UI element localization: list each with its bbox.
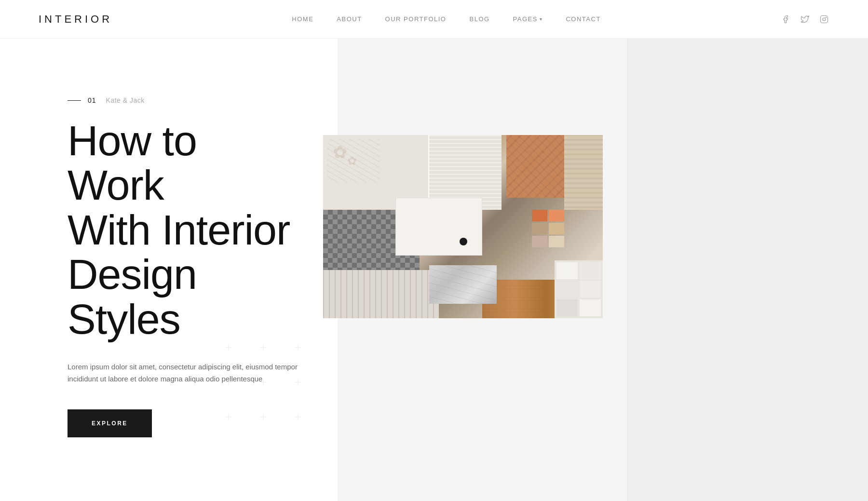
facebook-icon[interactable] [780,14,791,25]
plus-icon: + [287,337,309,358]
plus-icon: + [287,372,309,393]
nav-blog[interactable]: BLOG [469,15,489,23]
pages-dropdown-icon: ▾ [540,16,543,22]
plus-icon: + [218,406,239,428]
svg-point-1 [823,18,826,21]
explore-button[interactable]: EXPLORE [68,409,152,437]
plus-icon: + [218,337,239,358]
svg-rect-0 [821,15,828,23]
site-logo[interactable]: INTERIOR [39,13,112,26]
post-author: Kate & Jack [106,96,145,104]
nav-pages[interactable]: PAGES ▾ [513,15,543,23]
nav-about[interactable]: ABOUT [337,15,362,23]
social-links [780,14,829,25]
hero-left: 01 Kate & Jack How to Work With Interior… [0,39,338,476]
hero-section: 01 Kate & Jack How to Work With Interior… [0,39,868,501]
nav-home[interactable]: HOME [292,15,313,23]
plus-icon: + [253,372,274,393]
plus-icon: + [287,406,309,428]
plus-icon: + [218,372,239,393]
plus-icon: + [253,337,274,358]
hero-image: ✿ ✿ [323,135,603,318]
hero-heading: How to Work With Interior Design Styles [68,119,299,341]
fabric-swatches-image: ✿ ✿ [323,135,603,318]
main-nav: HOME ABOUT OUR PORTFOLIO BLOG PAGES ▾ CO… [292,15,601,23]
material-samples [555,260,603,318]
site-header: INTERIOR HOME ABOUT OUR PORTFOLIO BLOG P… [0,0,868,39]
svg-point-2 [826,17,827,17]
fabric-white-button [395,198,482,256]
nav-contact[interactable]: CONTACT [566,15,600,23]
fabric-beige [564,135,603,210]
twitter-icon[interactable] [800,14,810,25]
marble-swatch [429,265,497,304]
post-number: 01 [68,96,96,104]
right-background [627,39,868,501]
fabric-striped [323,270,439,318]
nav-portfolio[interactable]: OUR PORTFOLIO [385,15,447,23]
decorative-plus-grid: + + + + + + + + + [218,337,309,428]
hero-right: ✿ ✿ [338,39,868,501]
instagram-icon[interactable] [819,14,829,25]
post-meta: 01 Kate & Jack [68,96,299,104]
plus-icon: + [253,406,274,428]
dash-icon [68,100,81,101]
color-palette [532,210,564,247]
